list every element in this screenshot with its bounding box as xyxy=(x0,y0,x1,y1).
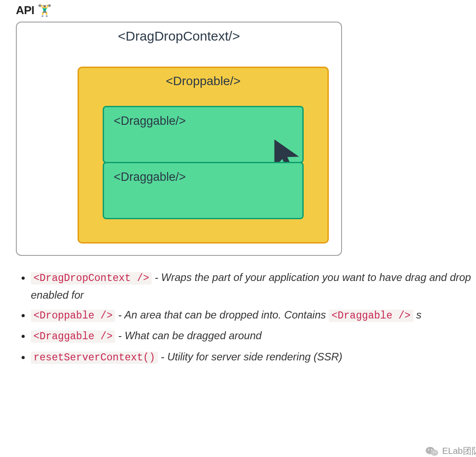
item-description: - What can be dragged around xyxy=(115,330,261,341)
svg-point-4 xyxy=(433,452,434,453)
draggable-box-1: <Draggable/> xyxy=(103,106,304,163)
droppable-label: <Droppable/> xyxy=(103,74,304,88)
watermark-text: ELab团队 xyxy=(442,445,476,457)
svg-point-5 xyxy=(435,452,436,453)
draggable-label-1: <Draggable/> xyxy=(114,114,293,128)
item-description: - Utility for server side rendering (SSR… xyxy=(158,351,342,363)
item-description-suffix: s xyxy=(413,309,422,321)
svg-point-3 xyxy=(431,449,432,450)
api-diagram: <DragDropContext/> <Droppable/> <Draggab… xyxy=(16,22,342,256)
section-heading: API 🏋️‍♂️ xyxy=(16,4,476,17)
list-item: <Draggable /> - What can be dragged arou… xyxy=(31,327,476,345)
svg-point-1 xyxy=(431,450,439,456)
svg-point-2 xyxy=(428,449,429,450)
list-item: resetServerContext() - Utility for serve… xyxy=(31,348,476,366)
droppable-box: <Droppable/> <Draggable/> <Draggable/> xyxy=(78,67,329,243)
api-list: <DragDropContext /> - Wraps the part of … xyxy=(16,269,476,366)
draggable-box-2: <Draggable/> xyxy=(103,162,304,219)
wechat-icon xyxy=(425,446,439,457)
code-snippet: <DragDropContext /> xyxy=(31,272,152,285)
watermark: ELab团队 xyxy=(425,445,476,457)
code-snippet: resetServerContext() xyxy=(31,352,158,364)
draggable-label-2: <Draggable/> xyxy=(114,170,293,184)
dragdropcontext-label: <DragDropContext/> xyxy=(94,29,263,44)
code-snippet: <Draggable /> xyxy=(31,330,115,343)
code-snippet: <Draggable /> xyxy=(329,310,413,322)
draggable-stack: <Draggable/> <Draggable/> xyxy=(103,106,304,219)
list-item: <DragDropContext /> - Wraps the part of … xyxy=(31,269,476,303)
item-description: - An area that can be dropped into. Cont… xyxy=(115,309,329,321)
code-snippet: <Droppable /> xyxy=(31,310,115,322)
list-item: <Droppable /> - An area that can be drop… xyxy=(31,307,476,324)
